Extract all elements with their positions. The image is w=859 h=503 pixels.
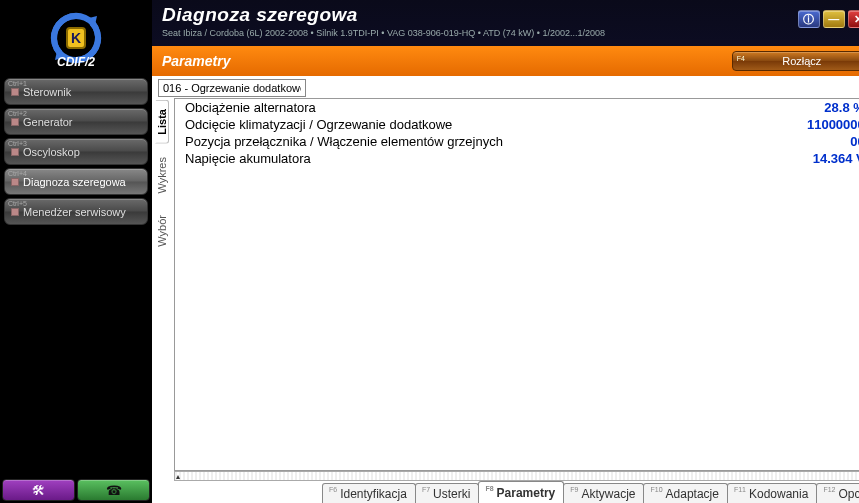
param-row: Odcięcie klimatyzacji / Ogrzewanie dodat… [175, 116, 859, 133]
info-button[interactable]: ⓘ [798, 10, 820, 28]
tab-opcje[interactable]: F12Opcje [816, 483, 859, 503]
side-tab-wybor[interactable]: Wybór [155, 206, 169, 256]
param-row: Pozycja przełącznika / Włączenie element… [175, 133, 859, 150]
nav-menedzer-serwisowy[interactable]: Ctrl+5Menedżer serwisowy [4, 198, 148, 225]
group-selector[interactable] [158, 79, 306, 97]
tab-parametry[interactable]: F8Parametry [478, 481, 564, 503]
svg-text:K: K [71, 30, 81, 46]
tools-button[interactable]: 🛠 [2, 479, 75, 501]
page-title: Diagnoza szeregowa [162, 4, 859, 26]
minimize-icon: — [828, 13, 839, 25]
disconnect-button[interactable]: F4 Rozłącz [732, 51, 859, 71]
side-tab-lista[interactable]: Lista [155, 100, 169, 144]
header: Diagnoza szeregowa Seat Ibiza / Cordoba … [152, 0, 859, 46]
close-icon: ✕ [854, 13, 859, 26]
tab-kodowania[interactable]: F11Kodowania [727, 483, 817, 503]
close-button[interactable]: ✕ [848, 10, 859, 28]
nav-oscyloskop[interactable]: Ctrl+3Oscyloskop [4, 138, 148, 165]
wrench-icon: 🛠 [32, 483, 45, 498]
tab-adaptacje[interactable]: F10Adaptacje [643, 483, 727, 503]
svg-text:CDIF/2: CDIF/2 [57, 55, 95, 68]
minimize-button[interactable]: — [823, 10, 845, 28]
horizontal-scrollbar[interactable]: ▴ ▴ [174, 471, 859, 481]
vehicle-subtitle: Seat Ibiza / Cordoba (6L) 2002-2008 • Si… [162, 28, 859, 38]
nav-sterownik[interactable]: Ctrl+1Sterownik [4, 78, 148, 105]
scroll-up-icon: ▴ [176, 472, 180, 481]
param-row: Obciążenie alternatora28.8 % [175, 99, 859, 116]
param-row: Napięcie akumulatora14.364 V [175, 150, 859, 167]
nav-diagnoza-szeregowa[interactable]: Ctrl+4Diagnoza szeregowa [4, 168, 148, 195]
parameter-list: Obciążenie alternatora28.8 % Odcięcie kl… [174, 98, 859, 471]
tab-identyfikacja[interactable]: F6Identyfikacja [322, 483, 416, 503]
app-logo: K CDIF/2 [0, 0, 152, 76]
tab-aktywacje[interactable]: F9Aktywacje [563, 483, 644, 503]
info-icon: ⓘ [803, 12, 814, 27]
nav-generator[interactable]: Ctrl+2Generator [4, 108, 148, 135]
tab-usterki[interactable]: F7Usterki [415, 483, 480, 503]
phone-icon: ☎ [106, 483, 122, 498]
side-tab-wykres[interactable]: Wykres [155, 148, 169, 203]
call-button[interactable]: ☎ [77, 479, 150, 501]
section-title: Parametry [162, 53, 231, 69]
